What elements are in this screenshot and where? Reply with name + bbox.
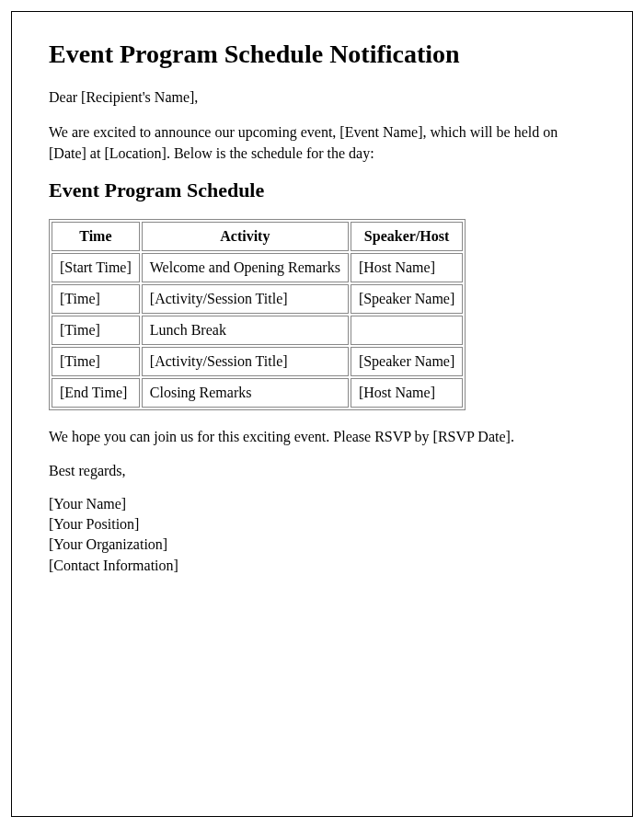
cell-speaker: [Host Name] xyxy=(351,253,463,282)
greeting-line: Dear [Recipient's Name], xyxy=(49,87,595,108)
signature-position: [Your Position] xyxy=(49,514,595,535)
table-row: [Start Time] Welcome and Opening Remarks… xyxy=(52,253,463,282)
cell-speaker: [Host Name] xyxy=(351,378,463,408)
table-header-row: Time Activity Speaker/Host xyxy=(52,222,463,251)
cell-activity: Lunch Break xyxy=(142,316,349,345)
col-header-time: Time xyxy=(52,222,140,251)
closing-paragraph: We hope you can join us for this excitin… xyxy=(49,427,595,447)
cell-speaker xyxy=(351,316,463,345)
schedule-heading: Event Program Schedule xyxy=(49,178,595,202)
document-page: Event Program Schedule Notification Dear… xyxy=(11,11,633,817)
table-row: [Time] [Activity/Session Title] [Speaker… xyxy=(52,284,463,314)
cell-time: [End Time] xyxy=(52,378,140,408)
table-row: [Time] [Activity/Session Title] [Speaker… xyxy=(52,347,463,376)
cell-activity: [Activity/Session Title] xyxy=(142,284,349,314)
signature-block: [Your Name] [Your Position] [Your Organi… xyxy=(49,494,595,577)
signoff-line: Best regards, xyxy=(49,463,595,479)
intro-paragraph: We are excited to announce our upcoming … xyxy=(49,122,595,164)
col-header-speaker: Speaker/Host xyxy=(351,222,463,251)
cell-activity: Closing Remarks xyxy=(142,378,349,408)
cell-speaker: [Speaker Name] xyxy=(351,284,463,314)
table-row: [Time] Lunch Break xyxy=(52,316,463,345)
cell-time: [Time] xyxy=(52,347,140,376)
col-header-activity: Activity xyxy=(142,222,349,251)
table-row: [End Time] Closing Remarks [Host Name] xyxy=(52,378,463,408)
cell-speaker: [Speaker Name] xyxy=(351,347,463,376)
schedule-table: Time Activity Speaker/Host [Start Time] … xyxy=(49,219,466,410)
cell-activity: [Activity/Session Title] xyxy=(142,347,349,376)
signature-name: [Your Name] xyxy=(49,494,595,514)
cell-time: [Time] xyxy=(52,284,140,314)
signature-contact: [Contact Information] xyxy=(49,556,595,576)
signature-organization: [Your Organization] xyxy=(49,535,595,555)
cell-time: [Time] xyxy=(52,316,140,345)
page-title: Event Program Schedule Notification xyxy=(49,40,595,69)
cell-activity: Welcome and Opening Remarks xyxy=(142,253,349,282)
cell-time: [Start Time] xyxy=(52,253,140,282)
